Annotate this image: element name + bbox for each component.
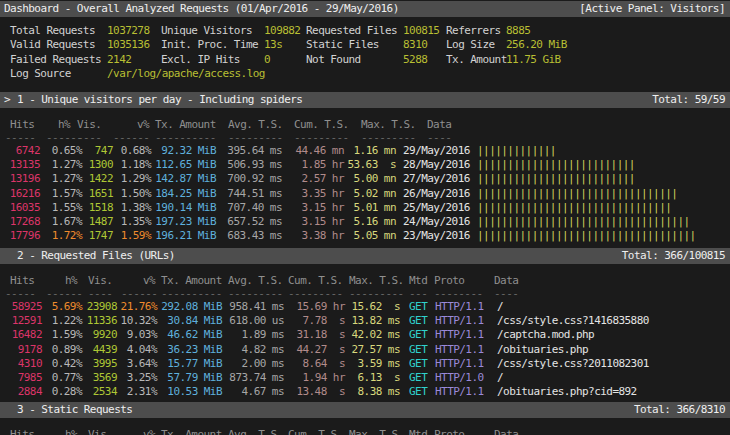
cell-proto: HTTP/1.0 [435,371,484,385]
column-header-tx: Tx. Amount [161,428,222,435]
cell-hpct: 0.89% [52,343,82,357]
cell-max: 53.63 s [347,158,396,172]
metric-value: 1035136 [107,38,150,52]
cell-mtd: GET [409,385,427,399]
column-header-vpct: v% [143,428,155,435]
metric-value: 8885 [506,24,530,38]
header-underline: --- [409,287,427,301]
cell-avg: 873.74 ms [229,371,284,385]
panel-header-3[interactable]: 3 - Static RequestsTotal: 366/8310 [0,402,730,418]
table-row[interactable]: 164821.59%99209.03%46.62 MiB1.89 ms31.18… [0,328,730,342]
cell-cum: 15.69 hr [296,300,345,314]
table-row[interactable]: 160351.55%15181.38%190.14 MiB707.40 ms3.… [0,201,730,215]
cell-cum: 3.15 hr [301,201,344,215]
column-header-proto: Proto [434,274,464,288]
column-header-vpct: v% [137,118,149,132]
header-underline: --------- [288,287,343,301]
cell-mtd: GET [409,371,427,385]
header-underline: ---------- [155,131,216,145]
cell-data: / [497,371,503,385]
cell-max: 5.16 mn [353,215,396,229]
cell-cum: 3.38 hr [301,229,344,243]
panel-title: 3 - Static Requests [17,402,132,418]
cell-max: 6.13 s [357,371,400,385]
cell-max: 5.00 mn [353,172,396,186]
cell-tx: 190.14 MiB [155,201,216,215]
cell-vis: 1747 [89,229,113,243]
table-row[interactable]: 172681.67%14871.35%197.23 MiB657.52 ms3.… [0,215,730,229]
cell-hits: 13196 [10,172,40,186]
cell-vpct: 3.25% [127,371,157,385]
header-underline-row: ----------------------------------------… [0,287,730,301]
table-row[interactable]: 162161.57%16511.50%184.25 MiB744.51 ms3.… [0,187,730,201]
metric-label: Tx. Amount [446,53,507,67]
header-underline: ---- [88,287,112,301]
cell-avg: 683.43 ms [227,229,282,243]
cell-hpct: 0.65% [52,144,82,158]
cell-avg: 4.82 ms [241,343,284,357]
cell-tx: 92.32 MiB [161,144,216,158]
cell-proto: HTTP/1.1 [435,300,484,314]
cell-mtd: GET [409,300,427,314]
panel-header-1[interactable]: >1 - Unique visitors per day - Including… [0,92,730,108]
panel-total: Total: 366/8310 [634,402,725,418]
cell-tx: 15.77 MiB [167,357,222,371]
cell-max: 1.16 mn [353,144,396,158]
cell-avg: 744.51 ms [227,187,282,201]
hits-bar: ||||||||||||||||||||||||||||||||| [477,187,677,201]
column-header-row: Hitsh%Vis.v%Tx. AmountAvg. T.S.Cum. T.S.… [0,428,730,435]
table-row[interactable]: 125911.22%1133610.32%30.84 MiB618.00 us7… [0,314,730,328]
table-row[interactable]: 131961.27%14221.29%142.87 MiB700.92 ms2.… [0,172,730,186]
header-underline: ---- [427,131,451,145]
header-underline: ---- [494,287,518,301]
column-header-hpct: h% [65,428,77,435]
overview-row: Failed Requests2142Excl. IP Hits0Not Fou… [0,53,730,67]
table-row[interactable]: 177961.72%17471.59%196.21 MiB683.43 ms3.… [0,229,730,243]
header-underline: ----- [5,131,35,145]
table-row[interactable]: 131351.27%13001.18%112.65 MiB506.93 ms1.… [0,158,730,172]
cell-vpct: 1.50% [121,187,151,201]
column-header-hits: Hits [10,274,34,288]
header-underline: ----- [5,287,35,301]
cell-mtd: GET [409,314,427,328]
metric-value: 1037278 [107,24,150,38]
cell-vis: 23908 [87,300,117,314]
table-row[interactable]: 589255.69%2390821.76%292.08 MiB958.41 ms… [0,300,730,314]
cell-avg: 707.40 ms [227,201,282,215]
column-header-hits: Hits [10,118,34,132]
active-panel-indicator: [Active Panel: Visitors] [579,1,725,17]
cell-max: 5.05 mn [353,229,396,243]
cell-hpct: 1.57% [52,187,82,201]
table-row[interactable]: 79850.77%35693.25%57.79 MiB873.74 ms1.94… [0,371,730,385]
cell-hits: 16216 [10,187,40,201]
cell-proto: HTTP/1.1 [435,343,484,357]
metric-value: 2142 [107,53,131,67]
metric-label: Total Requests [10,24,95,38]
cell-tx: 184.25 MiB [155,187,216,201]
cell-vis: 2534 [93,385,117,399]
cell-hpct: 1.59% [52,328,82,342]
cell-max: 42.02 ms [351,328,400,342]
column-header-hpct: h% [58,118,70,132]
cell-max: 8.38 ms [357,385,400,399]
cell-hpct: 0.28% [52,385,82,399]
cell-max: 5.01 mn [353,201,396,215]
header-underline: --------- [228,287,283,301]
title-bar: Dashboard - Overall Analyzed Requests (0… [0,1,730,17]
metric-label: Referrers [446,24,501,38]
column-header-cum: Cum. T.S. [294,118,349,132]
cell-max: 3.59 ms [357,357,400,371]
cell-cum: 1.94 hr [302,371,345,385]
table-row[interactable]: 67420.65%7470.68%92.32 MiB395.64 ms44.46… [0,144,730,158]
column-header-vis: Vis. [77,118,101,132]
table-row[interactable]: 91780.89%44394.04%36.23 MiB4.82 ms44.27 … [0,343,730,357]
cell-vpct: 2.31% [127,385,157,399]
cell-tx: 10.53 MiB [167,385,222,399]
cell-vpct: 9.03% [127,328,157,342]
table-row[interactable]: 43100.42%39953.64%15.77 MiB2.00 ms8.64 s… [0,357,730,371]
cell-hits: 4310 [18,357,42,371]
table-row[interactable]: 28840.28%25342.31%10.53 MiB4.67 ms13.48 … [0,385,730,399]
column-header-data: Data [494,428,518,435]
header-underline: --------- [294,131,349,145]
panel-header-2[interactable]: 2 - Requested Files (URLs)Total: 366/100… [0,248,730,264]
